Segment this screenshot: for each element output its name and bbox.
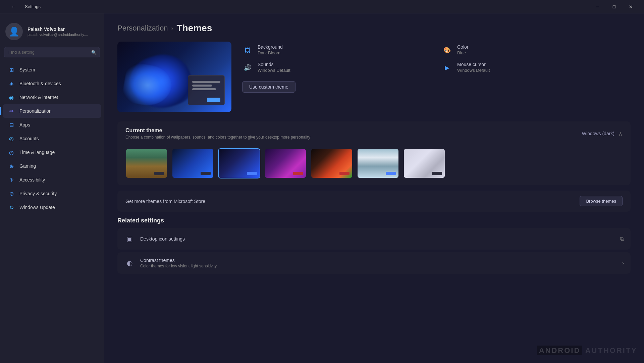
sidebar-item-system[interactable]: ⊞ System	[3, 63, 101, 76]
theme-thumb-t3[interactable]	[218, 148, 260, 178]
nav-icon-bluetooth: ◈	[8, 80, 15, 87]
color-label: Color	[457, 44, 468, 50]
sidebar-item-privacy[interactable]: ⊘ Privacy & security	[3, 187, 101, 200]
theme-thumb-t6[interactable]	[357, 148, 399, 178]
breadcrumb-parent[interactable]: Personalization	[117, 24, 168, 33]
color-icon: 🎨	[442, 45, 452, 56]
current-theme-header-left: Current theme Choose a combination of wa…	[125, 127, 310, 140]
user-info: Palash Volvoikar palash.volvoikar@androi…	[28, 27, 88, 37]
sidebar: 👤 Palash Volvoikar palash.volvoikar@andr…	[0, 13, 104, 363]
sidebar-item-accounts[interactable]: ◎ Accounts	[3, 132, 101, 145]
mouse-cursor-label: Mouse cursor	[457, 62, 490, 67]
sounds-info[interactable]: 🔊 Sounds Windows Default	[242, 62, 431, 73]
nav-icon-privacy: ⊘	[8, 190, 15, 197]
sidebar-item-apps[interactable]: ⊟ Apps	[3, 118, 101, 132]
sounds-value: Windows Default	[258, 68, 290, 73]
nav-label-accessibility: Accessibility	[19, 177, 45, 183]
theme-thumb-t5[interactable]	[311, 148, 353, 178]
active-theme-name: Windows (dark)	[582, 131, 614, 136]
current-theme-section: Current theme Choose a combination of wa…	[117, 121, 631, 185]
related-item-left-contrast-themes: ◐ Contrast themes Color themes for low v…	[124, 258, 217, 268]
search-input[interactable]	[4, 47, 100, 57]
sidebar-item-gaming[interactable]: ⊕ Gaming	[3, 159, 101, 173]
theme-thumb-t4[interactable]	[264, 148, 307, 178]
theme-thumb-img-t1	[126, 149, 167, 178]
related-item-info-desktop-icons: Desktop icon settings	[140, 236, 185, 242]
related-item-label-desktop-icons: Desktop icon settings	[140, 236, 185, 242]
theme-thumb-img-t5	[311, 149, 352, 178]
theme-thumb-t7[interactable]	[403, 148, 445, 178]
use-custom-theme-button[interactable]: Use custom theme	[242, 81, 296, 93]
titlebar-title: Settings	[25, 4, 41, 9]
color-info[interactable]: 🎨 Color Blue	[442, 44, 631, 56]
related-item-info-contrast-themes: Contrast themes Color themes for low vis…	[140, 258, 217, 268]
current-theme-subtitle: Choose a combination of wallpapers, soun…	[125, 135, 310, 140]
current-theme-header[interactable]: Current theme Choose a combination of wa…	[117, 121, 631, 146]
background-info[interactable]: 🖼 Background Dark Bloom	[242, 44, 431, 56]
sidebar-item-update[interactable]: ↻ Windows Update	[3, 201, 101, 214]
nav-label-gaming: Gaming	[19, 163, 36, 169]
related-items-list: ▣ Desktop icon settings ⧉ ◐ Contrast the…	[117, 228, 631, 274]
related-icon-desktop-icons: ▣	[124, 234, 135, 244]
sidebar-item-accessibility[interactable]: ✳ Accessibility	[3, 173, 101, 187]
app-container: 👤 Palash Volvoikar palash.volvoikar@andr…	[0, 13, 644, 363]
sounds-text: Sounds Windows Default	[258, 62, 290, 73]
preview-window-lines	[188, 75, 224, 90]
background-text: Background Dark Bloom	[258, 44, 283, 55]
browse-themes-button[interactable]: Browse themes	[580, 196, 623, 206]
chevron-up-icon: ∧	[619, 131, 623, 137]
color-value: Blue	[457, 50, 468, 55]
mouse-cursor-text: Mouse cursor Windows Default	[457, 62, 490, 73]
store-row: Get more themes from Microsoft Store Bro…	[117, 191, 631, 212]
theme-thumb-img-t2	[172, 149, 213, 178]
theme-thumb-bar-t2	[201, 172, 211, 175]
nav-icon-personalization: ✏	[8, 108, 15, 114]
mouse-cursor-icon: ▶	[442, 62, 452, 73]
sidebar-item-bluetooth[interactable]: ◈ Bluetooth & devices	[3, 77, 101, 90]
theme-thumb-bar-t3	[247, 172, 257, 175]
theme-preview-image	[117, 42, 231, 112]
avatar: 👤	[5, 23, 23, 40]
store-row-text: Get more themes from Microsoft Store	[125, 199, 205, 204]
theme-thumb-img-t7	[404, 149, 445, 178]
background-label: Background	[258, 44, 283, 50]
preview-line-2	[192, 85, 212, 87]
related-settings: Related settings ▣ Desktop icon settings…	[117, 217, 631, 274]
theme-preview-section: 🖼 Background Dark Bloom 🎨 Color Blue	[117, 42, 631, 112]
color-text: Color Blue	[457, 44, 468, 55]
current-theme-title: Current theme	[125, 127, 310, 134]
sidebar-item-network[interactable]: ◉ Network & internet	[3, 91, 101, 104]
theme-thumb-bar-t7	[432, 172, 442, 175]
theme-thumb-t1[interactable]	[125, 148, 168, 178]
breadcrumb-current: Themes	[176, 23, 212, 34]
nav-icon-apps: ⊟	[8, 121, 15, 128]
user-profile[interactable]: 👤 Palash Volvoikar palash.volvoikar@andr…	[0, 19, 104, 47]
theme-thumb-t2[interactable]	[172, 148, 214, 178]
theme-thumb-img-t6	[358, 149, 398, 178]
close-button[interactable]: ✕	[623, 1, 639, 12]
theme-thumb-bar-t1	[154, 172, 164, 175]
theme-thumb-bar-t6	[386, 172, 396, 175]
nav-icon-network: ◉	[8, 94, 15, 101]
main-content: Personalization › Themes	[104, 13, 644, 363]
titlebar: ← Settings ─ □ ✕	[0, 0, 644, 13]
user-name: Palash Volvoikar	[28, 27, 88, 32]
titlebar-left: ← Settings	[5, 1, 41, 12]
theme-info-grid: 🖼 Background Dark Bloom 🎨 Color Blue	[242, 44, 631, 73]
search-box: 🔍	[4, 47, 100, 57]
minimize-button[interactable]: ─	[590, 1, 605, 12]
related-item-contrast-themes[interactable]: ◐ Contrast themes Color themes for low v…	[117, 252, 631, 274]
related-item-desktop-icons[interactable]: ▣ Desktop icon settings ⧉	[117, 228, 631, 250]
sidebar-item-time[interactable]: ◷ Time & language	[3, 146, 101, 159]
related-item-label-contrast-themes: Contrast themes	[140, 258, 217, 263]
nav-label-bluetooth: Bluetooth & devices	[19, 81, 61, 86]
nav-list: ⊞ System ◈ Bluetooth & devices ◉ Network…	[0, 63, 104, 214]
back-button[interactable]: ←	[5, 1, 21, 12]
related-item-left-desktop-icons: ▣ Desktop icon settings	[124, 234, 185, 244]
nav-icon-gaming: ⊕	[8, 163, 15, 169]
mouse-cursor-info[interactable]: ▶ Mouse cursor Windows Default	[442, 62, 631, 73]
maximize-button[interactable]: □	[606, 1, 622, 12]
sounds-icon: 🔊	[242, 62, 253, 73]
sidebar-item-personalization[interactable]: ✏ Personalization	[3, 104, 101, 118]
breadcrumb-separator: ›	[171, 25, 173, 32]
